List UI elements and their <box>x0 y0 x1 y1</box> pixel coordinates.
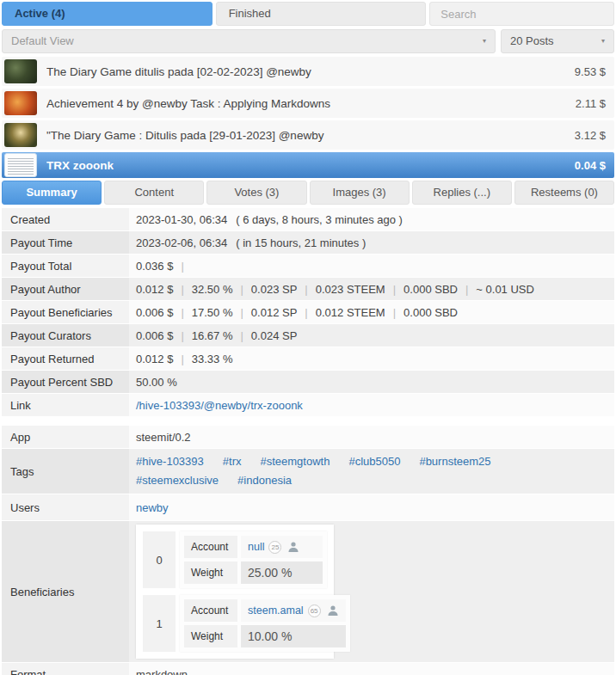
tab-images[interactable]: Images (3) <box>310 181 410 205</box>
pipe-divider: | <box>240 306 243 319</box>
post-payout: 2.11 $ <box>576 97 614 110</box>
tab-active-posts[interactable]: Active (4) <box>2 2 213 26</box>
view-select[interactable]: Default View ▾ <box>2 29 496 53</box>
pipe-divider: | <box>393 283 396 296</box>
reputation-badge: 25 <box>268 541 281 554</box>
row-users: Users newby <box>2 494 614 520</box>
pipe-divider: | <box>181 353 183 365</box>
post-row[interactable]: The Diary Game ditulis pada [02-02-2023]… <box>2 57 614 86</box>
filter-bar: Default View ▾ 20 Posts ▾ <box>2 29 614 53</box>
tab-content[interactable]: Content <box>104 181 204 205</box>
tab-replies[interactable]: Replies (...) <box>412 181 512 205</box>
row-label: Users <box>2 494 129 520</box>
row-payout-time: Payout Time 2023-02-06, 06:34 ( in 15 ho… <box>2 231 614 254</box>
post-row-selected[interactable]: TRX zooonk 0.04 $ <box>2 152 614 178</box>
post-count-select[interactable]: 20 Posts ▾ <box>501 29 614 53</box>
post-row[interactable]: "The Diary Game : Ditulis pada [29-01-20… <box>2 120 614 150</box>
row-payout-beneficiaries: Payout Beneficiaries 0.006 $ | 17.50 % |… <box>2 301 614 323</box>
row-label: Payout Curators <box>2 324 129 347</box>
row-link: Link /hive-103393/@newby/trx-zooonk <box>2 394 614 416</box>
curators-sp: 0.024 SP <box>251 329 298 342</box>
search-input[interactable] <box>429 2 614 26</box>
summary-table: Created 2023-01-30, 06:34 ( 6 days, 8 ho… <box>2 208 614 675</box>
section-divider <box>2 417 614 426</box>
row-payout-percent-sbd: Payout Percent SBD 50.00 % <box>2 371 614 393</box>
tab-finished-posts[interactable]: Finished <box>216 2 427 26</box>
account-label: Account <box>184 599 237 622</box>
account-label: Account <box>184 536 237 558</box>
pipe-divider: | <box>305 283 307 296</box>
author-sbd: 0.000 SBD <box>403 283 458 296</box>
row-payout-curators: Payout Curators 0.006 $ | 16.67 % | 0.02… <box>2 324 614 347</box>
beneficiary-weight: 25.00 % <box>241 561 323 584</box>
pipe-divider: | <box>181 283 183 296</box>
user-link[interactable]: newby <box>136 501 169 514</box>
pipe-divider: | <box>305 306 307 319</box>
author-usd-approx: ~ 0.01 USD <box>476 283 534 296</box>
pipe-divider: | <box>181 306 183 319</box>
post-thumbnail-image <box>4 59 37 83</box>
user-icon[interactable] <box>287 541 299 553</box>
post-thumbnail-image <box>4 91 37 115</box>
row-label: Payout Author <box>2 278 129 300</box>
percent-sbd-value: 50.00 % <box>136 376 177 389</box>
returned-percent: 33.33 % <box>192 353 233 365</box>
tag-link[interactable]: #club5050 <box>348 452 400 471</box>
tag-link[interactable]: #trx <box>223 452 242 471</box>
row-label: Payout Time <box>2 231 129 254</box>
author-percent: 32.50 % <box>192 283 233 296</box>
bene-steem: 0.012 STEEM <box>316 306 385 319</box>
row-label: Payout Beneficiaries <box>2 301 129 323</box>
search-box <box>429 2 614 26</box>
post-permalink[interactable]: /hive-103393/@newby/trx-zooonk <box>136 399 303 412</box>
beneficiary-account-link[interactable]: steem.amal <box>248 604 304 617</box>
tab-votes[interactable]: Votes (3) <box>206 181 306 205</box>
post-title: TRX zooonk <box>46 159 575 172</box>
post-count-value: 20 Posts <box>510 30 554 52</box>
row-payout-total: Payout Total 0.036 $ | <box>2 255 614 277</box>
post-title: Achievement 4 by @newby Task : Applying … <box>46 97 576 110</box>
weight-label: Weight <box>184 625 237 647</box>
beneficiary-account-link[interactable]: null <box>248 541 264 553</box>
row-created: Created 2023-01-30, 06:34 ( 6 days, 8 ho… <box>2 208 614 230</box>
tab-resteems[interactable]: Resteems (0) <box>514 181 614 205</box>
row-label: App <box>2 426 129 448</box>
pipe-divider: | <box>181 260 183 273</box>
row-label: Payout Total <box>2 255 129 277</box>
post-payout: 9.53 $ <box>575 65 614 78</box>
beneficiary-index: 0 <box>143 531 176 588</box>
tab-summary[interactable]: Summary <box>2 181 102 205</box>
tag-link[interactable]: #steemgtowth <box>260 452 330 471</box>
row-app: App steemit/0.2 <box>2 426 614 448</box>
beneficiaries-table: 0 Account null 25 <box>136 525 334 659</box>
post-payout: 3.12 $ <box>575 129 614 142</box>
post-thumbnail-image <box>4 153 37 177</box>
row-payout-author: Payout Author 0.012 $ | 32.50 % | 0.023 … <box>2 278 614 300</box>
curators-usd: 0.006 $ <box>136 329 173 342</box>
post-row[interactable]: Achievement 4 by @newby Task : Applying … <box>2 89 614 118</box>
tag-link[interactable]: #hive-103393 <box>136 452 204 471</box>
post-list: The Diary Game ditulis pada [02-02-2023]… <box>2 57 614 178</box>
bene-sbd: 0.000 SBD <box>403 306 458 319</box>
pipe-divider: | <box>465 283 468 296</box>
bene-percent: 17.50 % <box>192 306 233 319</box>
user-icon[interactable] <box>327 604 339 617</box>
pipe-divider: | <box>240 283 243 296</box>
author-steem: 0.023 STEEM <box>316 283 385 296</box>
app-value: steemit/0.2 <box>136 431 191 444</box>
chevron-down-icon: ▾ <box>601 30 605 52</box>
post-title: "The Diary Game : Ditulis pada [29-01-20… <box>46 129 575 142</box>
row-label: Payout Returned <box>2 347 129 370</box>
tag-link[interactable]: #burnsteem25 <box>419 452 490 471</box>
tag-link[interactable]: #indonesia <box>237 471 292 490</box>
created-date: 2023-01-30, 06:34 <box>136 213 227 226</box>
tag-link[interactable]: #steemexclusive <box>136 471 219 490</box>
pipe-divider: | <box>181 329 183 342</box>
detail-tab-bar: Summary Content Votes (3) Images (3) Rep… <box>2 181 614 205</box>
view-select-value: Default View <box>11 30 74 52</box>
pipe-divider: | <box>240 329 243 342</box>
post-title: The Diary Game ditulis pada [02-02-2023]… <box>46 65 575 78</box>
row-label: Created <box>2 208 129 230</box>
payout-time-relative: ( in 15 hours, 21 minutes ) <box>236 236 366 249</box>
pipe-divider: | <box>393 306 396 319</box>
